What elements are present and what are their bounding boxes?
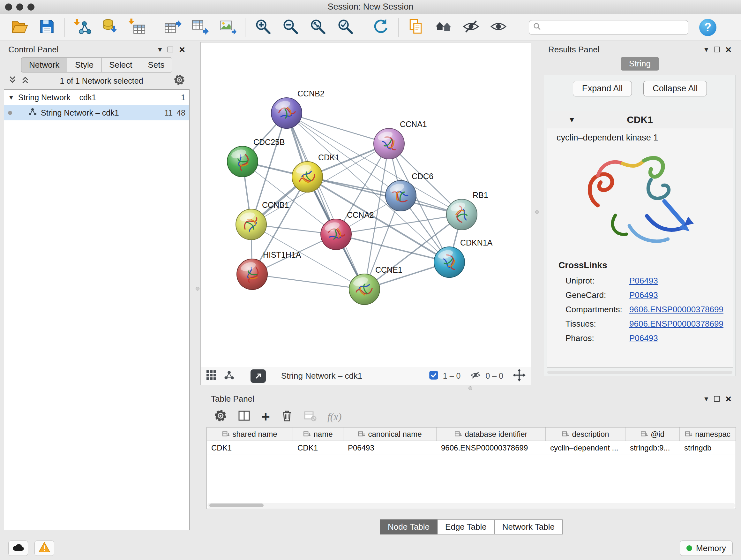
column-header-canonical-name[interactable]: canonical name — [343, 428, 436, 441]
cell-shared-name[interactable]: CDK1 — [207, 441, 293, 455]
network-collection-row[interactable]: ▼ String Network – cdk1 1 — [4, 90, 189, 105]
delete-column-trash-icon[interactable] — [281, 409, 293, 424]
node-selection-checkbox[interactable] — [429, 370, 439, 382]
network-node-CCNB1[interactable] — [236, 209, 266, 240]
zoom-in-button[interactable] — [249, 17, 277, 38]
table-row[interactable]: CDK1 CDK1 P06493 9606.ENSP00000378699 cy… — [207, 441, 736, 455]
import-network-file-button[interactable] — [69, 17, 96, 38]
cell-namespace[interactable]: stringdb — [680, 441, 736, 455]
grid-view-icon[interactable] — [206, 370, 217, 382]
uniprot-link[interactable]: P06493 — [629, 276, 658, 286]
network-node-CDC25B[interactable] — [227, 146, 258, 177]
cell-description[interactable]: cyclin–dependent ... — [546, 441, 625, 455]
network-row[interactable]: String Network – cdk1 11 48 — [4, 105, 189, 120]
tab-string[interactable]: String — [621, 57, 659, 71]
tab-sets[interactable]: Sets — [140, 57, 172, 72]
network-edge[interactable] — [307, 177, 462, 214]
splitter-handle[interactable] — [196, 287, 199, 291]
cell-canonical-name[interactable]: P06493 — [343, 441, 436, 455]
table-settings-gear-icon[interactable] — [214, 409, 227, 424]
column-header-name[interactable]: name — [293, 428, 343, 441]
expand-all-button[interactable]: Expand All — [573, 81, 632, 97]
zoom-out-button[interactable] — [277, 17, 304, 38]
tab-network[interactable]: Network — [21, 57, 67, 72]
network-node-CDKN1A[interactable] — [434, 247, 465, 277]
export-image-button[interactable] — [214, 17, 241, 38]
network-node-CCNA1[interactable] — [374, 128, 404, 159]
function-builder-button[interactable]: f(x) — [327, 411, 341, 423]
export-table-button[interactable] — [186, 17, 214, 38]
panel-menu-icon[interactable]: ▾ — [158, 45, 162, 54]
tree-expand-icon[interactable]: ▼ — [8, 94, 14, 101]
scrollbar-thumb[interactable] — [209, 503, 264, 507]
tab-edge-table[interactable]: Edge Table — [437, 519, 495, 535]
zoom-window-button[interactable] — [27, 3, 35, 10]
select-columns-icon[interactable] — [238, 409, 251, 424]
float-panel-icon[interactable] — [714, 47, 720, 52]
cell-name[interactable]: CDK1 — [293, 441, 343, 455]
panel-menu-icon[interactable]: ▾ — [704, 45, 708, 54]
gene-section-header[interactable]: ▼ CDK1 — [547, 111, 733, 128]
float-panel-icon[interactable] — [167, 47, 173, 52]
open-session-button[interactable] — [6, 17, 33, 38]
close-window-button[interactable] — [5, 3, 12, 10]
compartments-link[interactable]: 9606.ENSP00000378699 — [629, 305, 724, 314]
cell-database-identifier[interactable]: 9606.ENSP00000378699 — [436, 441, 546, 455]
network-canvas[interactable]: CCNB2CCNA1CDC25BCDK1CDC6RB1CCNB1CCNA2CDK… — [201, 43, 531, 367]
export-network-button[interactable] — [159, 17, 186, 38]
close-panel-icon[interactable]: × — [725, 46, 731, 53]
column-header-id[interactable]: @id — [625, 428, 680, 441]
refresh-button[interactable] — [367, 17, 394, 38]
tab-style[interactable]: Style — [67, 57, 102, 72]
network-node-CDK1[interactable] — [292, 162, 323, 192]
tab-network-table[interactable]: Network Table — [495, 519, 562, 535]
column-header-namespace[interactable]: namespac — [680, 428, 736, 441]
pan-crosshair-icon[interactable] — [513, 369, 526, 383]
collapse-section-icon[interactable]: ▼ — [568, 115, 576, 124]
tab-select[interactable]: Select — [102, 57, 140, 72]
network-edge[interactable] — [252, 274, 364, 289]
network-node-HIST1H1A[interactable] — [237, 259, 267, 290]
cell-id[interactable]: stringdb:9... — [625, 441, 680, 455]
hidden-eye-slash-icon[interactable] — [470, 370, 481, 382]
help-button[interactable]: ? — [699, 19, 717, 36]
network-overview-icon[interactable] — [224, 370, 234, 382]
results-scrollbar[interactable] — [547, 371, 732, 374]
network-node-CCNB2[interactable] — [271, 98, 302, 128]
column-header-database-identifier[interactable]: database identifier — [436, 428, 546, 441]
warnings-button[interactable] — [35, 541, 54, 556]
table-horizontal-scrollbar[interactable] — [207, 503, 735, 508]
close-panel-icon[interactable]: × — [725, 395, 731, 402]
save-session-button[interactable] — [33, 17, 61, 38]
search-input[interactable] — [541, 23, 684, 32]
zoom-selected-button[interactable] — [332, 17, 359, 38]
panel-menu-icon[interactable]: ▾ — [704, 394, 708, 403]
toolbar-search[interactable] — [529, 20, 688, 35]
zoom-fit-button[interactable] — [304, 17, 332, 38]
expand-all-icon[interactable] — [21, 76, 29, 86]
hide-selected-button[interactable] — [457, 17, 485, 38]
cloud-status-button[interactable] — [8, 541, 28, 556]
pharos-link[interactable]: P06493 — [629, 333, 658, 343]
network-edge[interactable] — [286, 113, 364, 289]
network-node-RB1[interactable] — [447, 199, 477, 230]
tissues-link[interactable]: 9606.ENSP00000378699 — [629, 319, 724, 329]
import-network-database-button[interactable] — [96, 17, 124, 38]
show-all-button[interactable] — [485, 17, 512, 38]
memory-button[interactable]: Memory — [680, 541, 733, 556]
home-button[interactable] — [430, 17, 457, 38]
copy-button[interactable] — [402, 17, 430, 38]
close-panel-icon[interactable]: × — [179, 46, 185, 53]
minimize-window-button[interactable] — [16, 3, 23, 10]
collapse-all-icon[interactable] — [8, 76, 17, 86]
genecard-link[interactable]: P06493 — [629, 290, 658, 300]
gear-icon[interactable] — [174, 74, 185, 87]
collapse-all-button[interactable]: Collapse All — [643, 81, 707, 97]
add-column-icon[interactable]: + — [261, 410, 270, 423]
network-node-CCNA2[interactable] — [321, 219, 351, 250]
network-node-CCNE1[interactable] — [349, 274, 380, 305]
column-header-shared-name[interactable]: shared name — [207, 428, 293, 441]
float-panel-icon[interactable] — [714, 396, 720, 401]
import-table-button[interactable] — [124, 17, 151, 38]
network-node-CDC6[interactable] — [386, 180, 416, 211]
